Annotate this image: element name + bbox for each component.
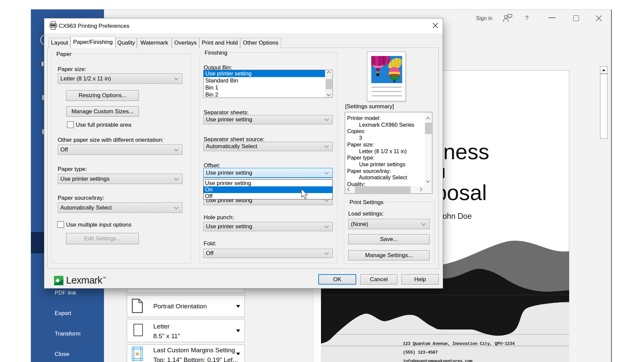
- svg-text:★: ★: [135, 350, 140, 357]
